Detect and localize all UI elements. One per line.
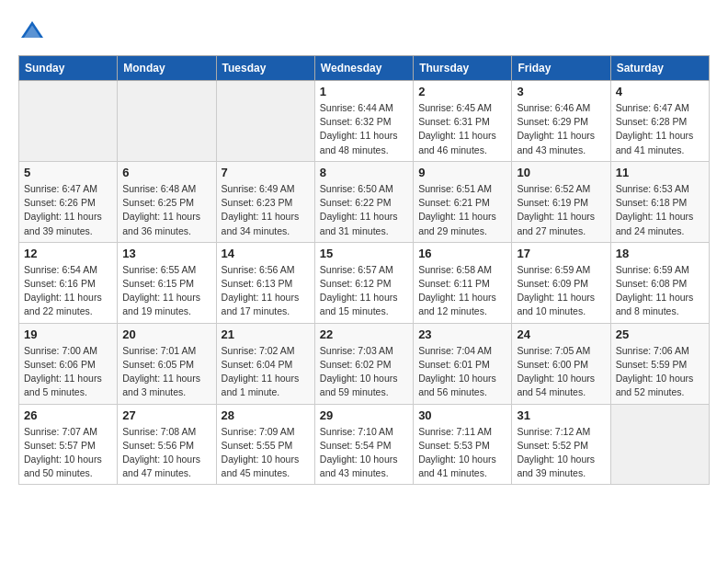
calendar-cell: 15Sunrise: 6:57 AMSunset: 6:12 PMDayligh… bbox=[314, 242, 413, 323]
calendar-cell bbox=[610, 404, 709, 485]
day-number: 25 bbox=[616, 327, 704, 341]
calendar-cell: 12Sunrise: 6:54 AMSunset: 6:16 PMDayligh… bbox=[19, 242, 118, 323]
calendar-cell: 22Sunrise: 7:03 AMSunset: 6:02 PMDayligh… bbox=[314, 323, 413, 404]
day-number: 15 bbox=[320, 247, 408, 260]
calendar-cell: 24Sunrise: 7:05 AMSunset: 6:00 PMDayligh… bbox=[512, 323, 610, 404]
day-info: Sunrise: 6:47 AMSunset: 6:26 PMDaylight:… bbox=[24, 182, 112, 238]
day-info: Sunrise: 6:52 AMSunset: 6:19 PMDaylight:… bbox=[517, 182, 605, 238]
day-info: Sunrise: 6:56 AMSunset: 6:13 PMDaylight:… bbox=[222, 263, 310, 319]
day-info: Sunrise: 6:53 AMSunset: 6:18 PMDaylight:… bbox=[616, 182, 704, 238]
calendar-cell: 23Sunrise: 7:04 AMSunset: 6:01 PMDayligh… bbox=[414, 323, 512, 404]
calendar-cell: 8Sunrise: 6:50 AMSunset: 6:22 PMDaylight… bbox=[314, 161, 413, 242]
day-info: Sunrise: 7:06 AMSunset: 5:59 PMDaylight:… bbox=[616, 344, 704, 400]
calendar-cell: 11Sunrise: 6:53 AMSunset: 6:18 PMDayligh… bbox=[610, 161, 709, 242]
day-number: 8 bbox=[320, 166, 408, 179]
day-info: Sunrise: 6:57 AMSunset: 6:12 PMDaylight:… bbox=[320, 263, 408, 319]
day-info: Sunrise: 6:49 AMSunset: 6:23 PMDaylight:… bbox=[222, 182, 310, 238]
day-info: Sunrise: 6:55 AMSunset: 6:15 PMDaylight:… bbox=[122, 263, 210, 319]
calendar-cell: 29Sunrise: 7:10 AMSunset: 5:54 PMDayligh… bbox=[314, 404, 413, 485]
calendar-cell: 26Sunrise: 7:07 AMSunset: 5:57 PMDayligh… bbox=[19, 404, 118, 485]
day-info: Sunrise: 7:00 AMSunset: 6:06 PMDaylight:… bbox=[24, 344, 112, 400]
day-number: 22 bbox=[320, 327, 408, 341]
calendar-cell: 31Sunrise: 7:12 AMSunset: 5:52 PMDayligh… bbox=[512, 404, 610, 485]
day-info: Sunrise: 6:46 AMSunset: 6:29 PMDaylight:… bbox=[517, 101, 605, 157]
calendar-cell: 16Sunrise: 6:58 AMSunset: 6:11 PMDayligh… bbox=[414, 242, 512, 323]
calendar-cell: 21Sunrise: 7:02 AMSunset: 6:04 PMDayligh… bbox=[216, 323, 314, 404]
calendar-table: SundayMondayTuesdayWednesdayThursdayFrid… bbox=[18, 55, 710, 485]
day-info: Sunrise: 7:07 AMSunset: 5:57 PMDaylight:… bbox=[24, 425, 112, 481]
day-number: 26 bbox=[24, 408, 112, 422]
day-info: Sunrise: 7:01 AMSunset: 6:05 PMDaylight:… bbox=[122, 344, 210, 400]
day-number: 29 bbox=[320, 408, 408, 422]
day-number: 7 bbox=[222, 166, 310, 179]
day-info: Sunrise: 7:09 AMSunset: 5:55 PMDaylight:… bbox=[222, 425, 310, 481]
day-number: 13 bbox=[122, 247, 210, 260]
logo bbox=[18, 18, 50, 46]
weekday-header-monday: Monday bbox=[118, 56, 216, 81]
day-number: 11 bbox=[616, 166, 704, 179]
calendar-cell: 19Sunrise: 7:00 AMSunset: 6:06 PMDayligh… bbox=[19, 323, 118, 404]
day-info: Sunrise: 6:45 AMSunset: 6:31 PMDaylight:… bbox=[418, 101, 506, 157]
day-number: 28 bbox=[222, 408, 310, 422]
day-info: Sunrise: 6:59 AMSunset: 6:08 PMDaylight:… bbox=[616, 263, 704, 319]
day-number: 14 bbox=[222, 247, 310, 260]
calendar-cell: 5Sunrise: 6:47 AMSunset: 6:26 PMDaylight… bbox=[19, 161, 118, 242]
day-number: 23 bbox=[418, 327, 506, 341]
day-number: 27 bbox=[122, 408, 210, 422]
day-number: 31 bbox=[517, 408, 605, 422]
weekday-header-sunday: Sunday bbox=[19, 56, 118, 81]
calendar-cell: 6Sunrise: 6:48 AMSunset: 6:25 PMDaylight… bbox=[118, 161, 216, 242]
calendar-cell: 25Sunrise: 7:06 AMSunset: 5:59 PMDayligh… bbox=[610, 323, 709, 404]
day-info: Sunrise: 6:44 AMSunset: 6:32 PMDaylight:… bbox=[320, 101, 408, 157]
day-info: Sunrise: 7:04 AMSunset: 6:01 PMDaylight:… bbox=[418, 344, 506, 400]
weekday-header-tuesday: Tuesday bbox=[216, 56, 314, 81]
day-number: 3 bbox=[517, 85, 605, 98]
calendar-cell: 9Sunrise: 6:51 AMSunset: 6:21 PMDaylight… bbox=[414, 161, 512, 242]
day-number: 1 bbox=[320, 85, 408, 98]
day-info: Sunrise: 7:12 AMSunset: 5:52 PMDaylight:… bbox=[517, 425, 605, 481]
day-info: Sunrise: 6:47 AMSunset: 6:28 PMDaylight:… bbox=[616, 101, 704, 157]
day-info: Sunrise: 6:50 AMSunset: 6:22 PMDaylight:… bbox=[320, 182, 408, 238]
day-number: 4 bbox=[616, 85, 704, 98]
page-header bbox=[18, 18, 710, 46]
day-number: 12 bbox=[24, 247, 112, 260]
weekday-header-friday: Friday bbox=[512, 56, 610, 81]
calendar-cell: 17Sunrise: 6:59 AMSunset: 6:09 PMDayligh… bbox=[512, 242, 610, 323]
day-number: 20 bbox=[122, 327, 210, 341]
calendar-cell: 7Sunrise: 6:49 AMSunset: 6:23 PMDaylight… bbox=[216, 161, 314, 242]
calendar-cell: 28Sunrise: 7:09 AMSunset: 5:55 PMDayligh… bbox=[216, 404, 314, 485]
day-number: 19 bbox=[24, 327, 112, 341]
calendar-cell bbox=[216, 81, 314, 162]
calendar-cell: 2Sunrise: 6:45 AMSunset: 6:31 PMDaylight… bbox=[414, 81, 512, 162]
day-number: 9 bbox=[418, 166, 506, 179]
day-number: 2 bbox=[418, 85, 506, 98]
calendar-cell: 30Sunrise: 7:11 AMSunset: 5:53 PMDayligh… bbox=[414, 404, 512, 485]
calendar-cell: 20Sunrise: 7:01 AMSunset: 6:05 PMDayligh… bbox=[118, 323, 216, 404]
calendar-cell: 4Sunrise: 6:47 AMSunset: 6:28 PMDaylight… bbox=[610, 81, 709, 162]
day-number: 6 bbox=[122, 166, 210, 179]
calendar-cell bbox=[19, 81, 118, 162]
calendar-cell bbox=[118, 81, 216, 162]
day-number: 5 bbox=[24, 166, 112, 179]
calendar-cell: 13Sunrise: 6:55 AMSunset: 6:15 PMDayligh… bbox=[118, 242, 216, 323]
day-info: Sunrise: 7:10 AMSunset: 5:54 PMDaylight:… bbox=[320, 425, 408, 481]
day-info: Sunrise: 6:48 AMSunset: 6:25 PMDaylight:… bbox=[122, 182, 210, 238]
day-number: 10 bbox=[517, 166, 605, 179]
day-info: Sunrise: 6:51 AMSunset: 6:21 PMDaylight:… bbox=[418, 182, 506, 238]
day-number: 18 bbox=[616, 247, 704, 260]
day-info: Sunrise: 6:59 AMSunset: 6:09 PMDaylight:… bbox=[517, 263, 605, 319]
day-number: 17 bbox=[517, 247, 605, 260]
logo-icon bbox=[18, 18, 46, 46]
calendar-cell: 18Sunrise: 6:59 AMSunset: 6:08 PMDayligh… bbox=[610, 242, 709, 323]
weekday-header-wednesday: Wednesday bbox=[314, 56, 413, 81]
day-number: 16 bbox=[418, 247, 506, 260]
calendar-cell: 14Sunrise: 6:56 AMSunset: 6:13 PMDayligh… bbox=[216, 242, 314, 323]
day-number: 30 bbox=[418, 408, 506, 422]
day-info: Sunrise: 7:11 AMSunset: 5:53 PMDaylight:… bbox=[418, 425, 506, 481]
day-info: Sunrise: 7:08 AMSunset: 5:56 PMDaylight:… bbox=[122, 425, 210, 481]
calendar-cell: 10Sunrise: 6:52 AMSunset: 6:19 PMDayligh… bbox=[512, 161, 610, 242]
day-number: 24 bbox=[517, 327, 605, 341]
weekday-header-saturday: Saturday bbox=[610, 56, 709, 81]
day-info: Sunrise: 7:03 AMSunset: 6:02 PMDaylight:… bbox=[320, 344, 408, 400]
calendar-cell: 27Sunrise: 7:08 AMSunset: 5:56 PMDayligh… bbox=[118, 404, 216, 485]
